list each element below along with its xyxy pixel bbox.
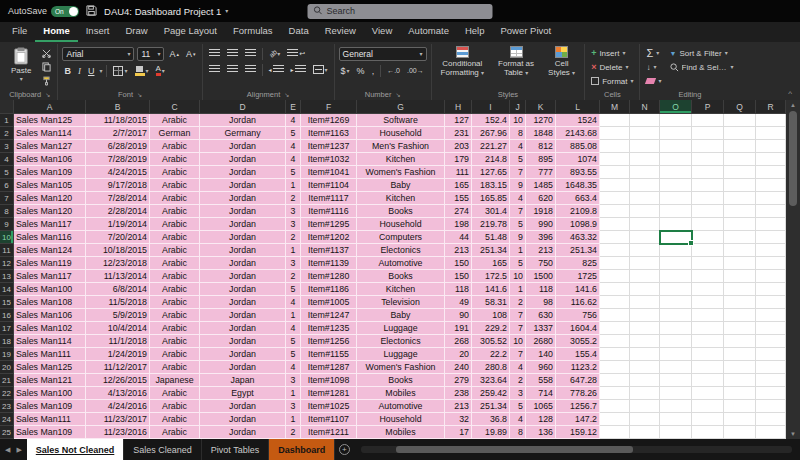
- cell-h20[interactable]: 240: [445, 361, 472, 374]
- row-header-18[interactable]: 18: [0, 335, 14, 348]
- cell-q10[interactable]: [724, 231, 756, 244]
- cell-g2[interactable]: Household: [357, 127, 445, 140]
- column-header-n[interactable]: N: [630, 100, 660, 114]
- cell-a22[interactable]: Sales Man100: [14, 387, 86, 400]
- cell-d24[interactable]: Jordan: [200, 413, 286, 426]
- cell-c6[interactable]: Arabic: [150, 179, 200, 192]
- cell-k6[interactable]: 1485: [526, 179, 556, 192]
- cell-f8[interactable]: Item#1116: [301, 205, 357, 218]
- cell-g1[interactable]: Software: [357, 114, 445, 127]
- dialog-launcher-icon[interactable]: ↘: [284, 91, 289, 98]
- cell-l24[interactable]: 147.2: [556, 413, 600, 426]
- cell-g11[interactable]: Electonics: [357, 244, 445, 257]
- italic-button[interactable]: I: [76, 64, 83, 77]
- cell-e4[interactable]: 4: [286, 153, 301, 166]
- cell-p25[interactable]: [692, 426, 724, 439]
- cell-q7[interactable]: [724, 192, 756, 205]
- cell-l13[interactable]: 1725: [556, 270, 600, 283]
- cell-i23[interactable]: 251.34: [472, 400, 510, 413]
- cell-m18[interactable]: [600, 335, 630, 348]
- cell-l3[interactable]: 885.08: [556, 140, 600, 153]
- cell-n23[interactable]: [630, 400, 660, 413]
- accounting-format-button[interactable]: $▾: [339, 64, 352, 77]
- cell-m22[interactable]: [600, 387, 630, 400]
- cell-l8[interactable]: 2109.8: [556, 205, 600, 218]
- dialog-launcher-icon[interactable]: ↘: [395, 91, 400, 98]
- fill-button[interactable]: ↓▾: [644, 61, 663, 73]
- cell-g23[interactable]: Automotive: [357, 400, 445, 413]
- find-select-button[interactable]: Find & Select▾: [668, 61, 736, 73]
- search-input[interactable]: [327, 6, 487, 16]
- collapse-ribbon-button[interactable]: ^: [782, 89, 798, 100]
- cell-h7[interactable]: 155: [445, 192, 472, 205]
- cell-i15[interactable]: 58.31: [472, 296, 510, 309]
- cell-a20[interactable]: Sales Man125: [14, 361, 86, 374]
- cell-k2[interactable]: 1848: [526, 127, 556, 140]
- cell-p23[interactable]: [692, 400, 724, 413]
- cell-a8[interactable]: Sales Man120: [14, 205, 86, 218]
- cell-g4[interactable]: Kitchen: [357, 153, 445, 166]
- cell-c21[interactable]: Japanese: [150, 374, 200, 387]
- row-header-17[interactable]: 17: [0, 322, 14, 335]
- cell-h5[interactable]: 111: [445, 166, 472, 179]
- save-icon[interactable]: [86, 5, 97, 18]
- cell-a14[interactable]: Sales Man100: [14, 283, 86, 296]
- cell-l21[interactable]: 647.28: [556, 374, 600, 387]
- cell-i20[interactable]: 280.8: [472, 361, 510, 374]
- center-button[interactable]: [225, 63, 240, 76]
- cell-l19[interactable]: 155.4: [556, 348, 600, 361]
- cell-p13[interactable]: [692, 270, 724, 283]
- row-header-20[interactable]: 20: [0, 361, 14, 374]
- cell-j11[interactable]: 1: [510, 244, 526, 257]
- cell-n19[interactable]: [630, 348, 660, 361]
- row-header-7[interactable]: 7: [0, 192, 14, 205]
- cell-b9[interactable]: 1/19/2014: [86, 218, 150, 231]
- cell-b10[interactable]: 7/20/2014: [86, 231, 150, 244]
- cell-o6[interactable]: [660, 179, 692, 192]
- cell-l7[interactable]: 663.4: [556, 192, 600, 205]
- middle-align-button[interactable]: [225, 47, 240, 60]
- cell-f17[interactable]: Item#1235: [301, 322, 357, 335]
- cell-f24[interactable]: Item#1107: [301, 413, 357, 426]
- orientation-button[interactable]: ab▾: [267, 47, 283, 60]
- document-title[interactable]: DAU4: Dashboard Project 1 ▾: [104, 6, 228, 17]
- cell-q21[interactable]: [724, 374, 756, 387]
- cell-f4[interactable]: Item#1032: [301, 153, 357, 166]
- cell-b20[interactable]: 11/12/2017: [86, 361, 150, 374]
- cell-g13[interactable]: Books: [357, 270, 445, 283]
- cell-o14[interactable]: [660, 283, 692, 296]
- cell-h14[interactable]: 118: [445, 283, 472, 296]
- cell-f11[interactable]: Item#1137: [301, 244, 357, 257]
- cell-b16[interactable]: 5/9/2019: [86, 309, 150, 322]
- cell-q9[interactable]: [724, 218, 756, 231]
- cell-l25[interactable]: 159.12: [556, 426, 600, 439]
- cell-l23[interactable]: 1256.7: [556, 400, 600, 413]
- cell-a11[interactable]: Sales Man124: [14, 244, 86, 257]
- row-header-21[interactable]: 21: [0, 374, 14, 387]
- format-as-table-button[interactable]: Format as Table ▾: [493, 45, 539, 77]
- menu-tab-page-layout[interactable]: Page Layout: [156, 22, 225, 42]
- cell-j22[interactable]: 3: [510, 387, 526, 400]
- conditional-formatting-button[interactable]: Conditional Formatting ▾: [436, 45, 489, 77]
- cell-p4[interactable]: [692, 153, 724, 166]
- cell-f10[interactable]: Item#1202: [301, 231, 357, 244]
- menu-tab-automate[interactable]: Automate: [400, 22, 457, 42]
- sheet-nav-right-icon[interactable]: ▶: [16, 446, 21, 454]
- cell-r12[interactable]: [756, 257, 786, 270]
- cell-n12[interactable]: [630, 257, 660, 270]
- cell-h24[interactable]: 32: [445, 413, 472, 426]
- cell-h21[interactable]: 279: [445, 374, 472, 387]
- cell-b18[interactable]: 11/1/2018: [86, 335, 150, 348]
- cell-p12[interactable]: [692, 257, 724, 270]
- cell-d6[interactable]: Jordan: [200, 179, 286, 192]
- cell-b19[interactable]: 1/24/2019: [86, 348, 150, 361]
- cell-f3[interactable]: Item#1237: [301, 140, 357, 153]
- cell-r15[interactable]: [756, 296, 786, 309]
- cell-c8[interactable]: Arabic: [150, 205, 200, 218]
- sheet-tab-sales-cleaned[interactable]: Sales Cleaned: [124, 439, 202, 460]
- cell-i1[interactable]: 152.4: [472, 114, 510, 127]
- cell-d14[interactable]: Jordan: [200, 283, 286, 296]
- cell-l4[interactable]: 1074: [556, 153, 600, 166]
- cell-b15[interactable]: 11/5/2018: [86, 296, 150, 309]
- cell-j25[interactable]: 8: [510, 426, 526, 439]
